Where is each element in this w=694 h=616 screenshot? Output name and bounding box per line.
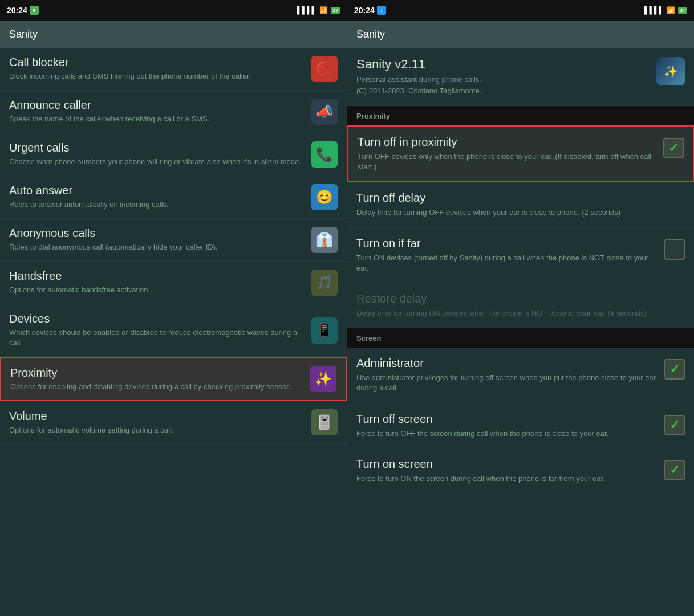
menu-item-auto-answer-desc: Rules to answer automatically on incomin…	[9, 199, 306, 210]
left-battery: 37	[331, 7, 340, 14]
menu-item-call-blocker[interactable]: Call blocker Block incoming calls and SM…	[0, 48, 347, 91]
right-wifi-icon: 📶	[667, 6, 675, 14]
menu-item-devices-title: Devices	[9, 312, 306, 325]
menu-item-devices[interactable]: Devices Which devices should be enabled …	[0, 304, 347, 357]
turn-on-if-far-title: Turn on if far	[356, 237, 658, 250]
auto-answer-icon: 😊	[311, 184, 338, 210]
right-status-icons: ▌▌▌▌ 📶 37	[644, 6, 687, 14]
turn-off-delay-title: Turn off delay	[356, 191, 685, 205]
left-app-badge: ■	[30, 6, 39, 15]
section-header-screen: Screen	[347, 328, 694, 348]
volume-icon: 🎚️	[311, 409, 338, 435]
wifi-icon: 📶	[319, 6, 328, 14]
menu-item-call-blocker-title: Call blocker	[9, 56, 306, 69]
announce-caller-icon: 📣	[311, 99, 338, 125]
left-status-bar: 20:24 ■ ▌▌▌▌ 📶 37	[0, 0, 347, 21]
menu-item-urgent-calls-desc: Choose what phone numbers your phone wil…	[9, 157, 306, 167]
turn-on-screen-desc: Force to turn ON the screen during call …	[356, 474, 658, 484]
left-status-time: 20:24 ■	[7, 6, 39, 15]
right-status-bar: 20:24 ↓ ▌▌▌▌ 📶 37	[347, 0, 694, 21]
menu-item-auto-answer[interactable]: Auto answer Rules to answer automaticall…	[0, 176, 347, 219]
turn-off-screen-checkbox[interactable]	[664, 415, 685, 435]
turn-off-in-proximity-title: Turn off in proximity	[358, 136, 656, 149]
section-header-screen-label: Screen	[356, 334, 381, 342]
app-info-desc: Personal assistant during phone calls. (…	[356, 74, 650, 96]
devices-icon: 📱	[311, 317, 338, 344]
menu-item-volume-desc: Options for automatic volume setting dur…	[9, 425, 306, 435]
app-logo-icon: ✨	[656, 57, 685, 85]
call-blocker-icon: 🚫	[311, 56, 338, 82]
turn-off-in-proximity-desc: Turn OFF devices only when the phone is …	[358, 152, 656, 172]
right-battery: 37	[678, 7, 687, 14]
left-app-bar: Sanity	[0, 21, 347, 48]
menu-item-announce-caller-desc: Speak the name of the caller when receiv…	[9, 114, 306, 124]
right-item-turn-on-if-far[interactable]: Turn on if far Turn ON devices (turned o…	[347, 228, 694, 283]
menu-item-devices-desc: Which devices should be enabled or disab…	[9, 328, 306, 348]
turn-off-delay-desc: Delay time for turning OFF devices when …	[356, 207, 685, 218]
right-status-time: 20:24 ↓	[354, 6, 386, 15]
right-signal-icon: ▌▌▌▌	[644, 6, 664, 14]
right-item-turn-on-screen[interactable]: Turn on screen Force to turn ON the scre…	[347, 448, 694, 493]
menu-item-urgent-calls[interactable]: Urgent calls Choose what phone numbers y…	[0, 133, 347, 176]
menu-item-proximity-desc: Options for enabling and disabling devic…	[10, 382, 305, 392]
menu-item-proximity-title: Proximity	[10, 366, 305, 380]
menu-item-handsfree-title: Handsfree	[9, 270, 306, 283]
proximity-icon: ✨	[310, 366, 336, 392]
menu-item-call-blocker-desc: Block incoming calls and SMS filtering o…	[9, 71, 306, 81]
right-app-badge: ↓	[377, 6, 386, 15]
administrator-title: Administrator	[356, 357, 658, 370]
menu-item-volume[interactable]: Volume Options for automatic volume sett…	[0, 401, 347, 444]
app-info-title: Sanity v2.11	[356, 57, 650, 72]
restore-delay-desc: Delay time for turning ON devices when t…	[356, 308, 685, 319]
app-info: Sanity v2.11 Personal assistant during p…	[347, 48, 694, 106]
left-panel: Call blocker Block incoming calls and SM…	[0, 48, 347, 616]
menu-item-handsfree-desc: Options for automatic handsfree activati…	[9, 285, 306, 295]
menu-item-anonymous-calls-title: Anonymous calls	[9, 227, 306, 240]
urgent-calls-icon: 📞	[311, 141, 338, 168]
turn-off-screen-title: Turn off screen	[356, 413, 658, 426]
menu-item-handsfree[interactable]: Handsfree Options for automatic handsfre…	[0, 262, 347, 304]
right-item-restore-delay: Restore delay Delay time for turning ON …	[347, 283, 694, 328]
right-app-bar: Sanity	[347, 21, 694, 48]
turn-on-screen-checkbox[interactable]	[664, 460, 685, 480]
left-app-title: Sanity	[9, 28, 38, 40]
left-status-icons: ▌▌▌▌ 📶 37	[297, 6, 340, 14]
administrator-desc: Use administrator privileges for turning…	[356, 373, 658, 393]
administrator-checkbox[interactable]	[664, 359, 685, 380]
turn-off-in-proximity-checkbox[interactable]	[663, 138, 684, 158]
right-app-title: Sanity	[356, 28, 385, 40]
right-item-turn-off-screen[interactable]: Turn off screen Force to turn OFF the sc…	[347, 403, 694, 448]
menu-item-auto-answer-title: Auto answer	[9, 184, 306, 197]
right-panel: Sanity v2.11 Personal assistant during p…	[347, 48, 694, 616]
turn-on-if-far-checkbox[interactable]	[664, 239, 685, 260]
menu-item-announce-caller[interactable]: Announce caller Speak the name of the ca…	[0, 91, 347, 133]
turn-off-screen-desc: Force to turn OFF the screen during call…	[356, 429, 658, 439]
handsfree-icon: 🎵	[311, 270, 338, 296]
menu-item-announce-caller-title: Announce caller	[9, 99, 306, 112]
right-item-turn-off-in-proximity[interactable]: Turn off in proximity Turn OFF devices o…	[347, 125, 694, 182]
restore-delay-title: Restore delay	[356, 292, 685, 305]
right-item-turn-off-delay[interactable]: Turn off delay Delay time for turning OF…	[347, 182, 694, 227]
menu-item-anonymous-calls[interactable]: Anonymous calls Rules to dial anonymous …	[0, 219, 347, 262]
signal-icon: ▌▌▌▌	[297, 6, 316, 14]
menu-item-urgent-calls-title: Urgent calls	[9, 141, 306, 154]
menu-item-proximity[interactable]: Proximity Options for enabling and disab…	[0, 357, 347, 401]
section-header-proximity: Proximity	[347, 106, 694, 125]
right-item-administrator[interactable]: Administrator Use administrator privileg…	[347, 348, 694, 403]
menu-item-anonymous-calls-desc: Rules to dial anonymous call (automatica…	[9, 242, 306, 252]
turn-on-screen-title: Turn on screen	[356, 458, 658, 471]
turn-on-if-far-desc: Turn ON devices (turned off by Sanity) d…	[356, 253, 658, 274]
anonymous-calls-icon: 👔	[311, 227, 338, 253]
section-header-proximity-label: Proximity	[356, 112, 390, 120]
menu-item-volume-title: Volume	[9, 410, 306, 423]
